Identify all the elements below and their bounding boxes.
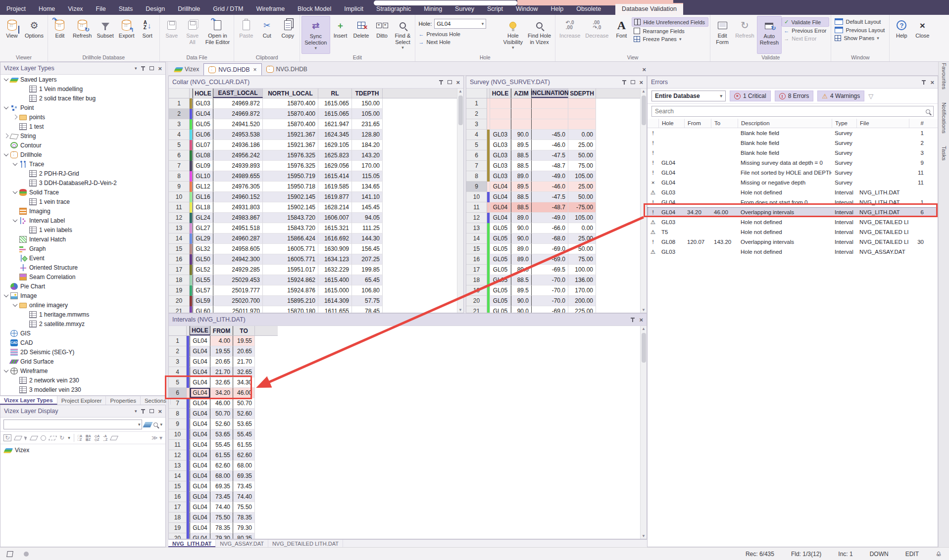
table-row[interactable]: 5 GL04 32.65 34.30	[169, 377, 278, 388]
find-hole-in-vizex-button[interactable]: Find Hole in Vizex	[525, 16, 553, 54]
pin-icon[interactable]	[439, 80, 444, 85]
tree-item[interactable]: Image	[0, 291, 165, 300]
tree-item[interactable]: 2 PDH-RJ-Grid	[0, 169, 165, 178]
close-icon[interactable]: ×	[158, 65, 162, 72]
error-row[interactable]: ! GL04 File not sorted by HOLE and DEPTH…	[648, 168, 938, 178]
tree-item[interactable]: 1 vein labels	[0, 225, 165, 234]
tree-item[interactable]: Pie Chart	[0, 281, 165, 291]
tree-expander-icon[interactable]	[4, 143, 8, 147]
error-row[interactable]: ! Blank hole field Survey 1	[648, 128, 938, 138]
tree-item[interactable]: Drillhole	[0, 150, 165, 159]
sort-az-grid-icon[interactable]: ⊞A ⊞Z	[86, 434, 91, 442]
tree-expander-icon[interactable]	[13, 247, 17, 250]
table-row[interactable]: 11 GL04 88.5 -48.7 -75.00	[466, 202, 647, 213]
table-row[interactable]: 17 GL04 74.40 75.50	[169, 502, 278, 513]
tree-item[interactable]: 3D Model	[0, 394, 165, 395]
tree-item[interactable]: 1 vein trace	[0, 197, 165, 206]
error-row[interactable]: × GL04 Missing or negative depth Survey …	[648, 178, 938, 187]
lock-layer-icon[interactable]	[14, 436, 22, 440]
pin-icon[interactable]	[141, 66, 146, 71]
table-row[interactable]: 8 GL10 24989.655 15950.719 1615.414 115.…	[169, 171, 463, 182]
interval-refresh-icon[interactable]: ↻	[3, 434, 11, 441]
table-row[interactable]: 9 GL04 89.5 -46.0 25.00	[466, 182, 647, 192]
column-header[interactable]: Description	[738, 119, 832, 128]
error-row[interactable]: ⚠ T5 Hole not defined Interval NVG_DETAI…	[648, 227, 938, 237]
table-row[interactable]: 11 GL04 55.45 61.55	[169, 440, 278, 450]
table-row[interactable]: 9 GL04 52.60 53.65	[169, 419, 278, 429]
table-row[interactable]: 4 GL04 21.70 32.65	[169, 367, 278, 377]
tree-expander-icon[interactable]	[23, 96, 27, 100]
tree-item[interactable]: Interval Hatch	[0, 234, 165, 244]
tree-item[interactable]: online imagery	[0, 300, 165, 310]
insert-button[interactable]: ＋Insert	[330, 16, 351, 54]
table-row[interactable]: 1 GL03 24969.872 15870.400 1615.065 150.…	[169, 98, 463, 109]
column-header[interactable]: TDEPTH	[352, 89, 383, 98]
increase-decimals-button[interactable]: ↶.0 .00Increase	[557, 16, 583, 54]
table-row[interactable]: 4 GL06 24953.538 15921.367 1624.345 128.…	[169, 130, 463, 140]
table-row[interactable]: 3	[466, 119, 647, 130]
layer-swap-icon[interactable]	[49, 436, 57, 440]
column-header[interactable]: FROM	[210, 326, 233, 335]
table-row[interactable]: 12 GL04 89.0 -49.0 105.00	[466, 213, 647, 223]
tree-item[interactable]: points	[0, 112, 165, 122]
error-row[interactable]: ⚠ GL03 Hole not defined Interval NVG_DET…	[648, 217, 938, 227]
tree-expander-icon[interactable]	[23, 87, 27, 91]
column-header[interactable]: TO	[233, 326, 255, 335]
column-header[interactable]: SDEPTH	[568, 89, 596, 98]
ribbon-tab[interactable]: Project	[0, 4, 32, 15]
delete-button[interactable]: ×Delete	[351, 16, 372, 54]
table-row[interactable]: 20 GL59 25020.700 15895.210 1614.309 57.…	[169, 296, 463, 306]
tree-expander-icon[interactable]	[4, 350, 8, 354]
tree-expander-icon[interactable]	[4, 284, 8, 288]
tree-expander-icon[interactable]	[23, 228, 27, 232]
table-row[interactable]: 8 GL03 89.0 -49.0 105.00	[466, 171, 647, 182]
table-row[interactable]: 6 GL04 34.20 46.00	[169, 388, 278, 398]
tree-item[interactable]: 1 heritage.mmwms	[0, 310, 165, 319]
tree-item[interactable]: Oriented Structure	[0, 263, 165, 272]
table-row[interactable]: 20 GL05 90.0 -70.0 200.00	[466, 296, 647, 306]
error-search-box[interactable]	[651, 106, 934, 117]
tree-expander-icon[interactable]	[13, 266, 17, 269]
table-row[interactable]: 15 GL32 24958.605 16005.771 1630.909 156…	[169, 244, 463, 254]
tree-expander-icon[interactable]	[13, 256, 17, 260]
error-row[interactable]: ⚠ GL03 Hole not defined Interval NVG_ASS…	[648, 247, 938, 257]
table-row[interactable]: 3 GL05 24941.520 15870.400 1621.947 231.…	[169, 119, 463, 130]
table-row[interactable]: 16 GL04 73.45 74.40	[169, 492, 278, 502]
table-row[interactable]: 19 GL05 89.5 -70.0 170.00	[466, 285, 647, 296]
table-row[interactable]: 12 GL04 61.55 62.60	[169, 450, 278, 461]
edit-button[interactable]: ↷Edit	[50, 16, 70, 54]
tree-expander-icon[interactable]	[4, 368, 9, 373]
table-row[interactable]: 4 GL03 90.0 -45.0 0.00	[466, 130, 647, 140]
table-row[interactable]: 10 GL04 88.5 -47.5 50.00	[466, 192, 647, 202]
tree-expander-icon[interactable]	[4, 151, 9, 156]
ditto-button[interactable]: ””Ditto	[372, 16, 393, 54]
column-header[interactable]: #	[909, 119, 928, 128]
table-row[interactable]: 18 GL05 88.5 -70.0 136.00	[466, 275, 647, 285]
error-row[interactable]: ! Blank hole field Survey 2	[648, 138, 938, 148]
save-all-button[interactable]: Save All	[182, 16, 203, 54]
hide-unreferenced-fields-button[interactable]: Hide Unreferenced Fields	[632, 17, 708, 27]
tab-vizex-layer-types[interactable]: Vizex Layer Types	[0, 396, 57, 405]
tree-item[interactable]: 2 network vein 230	[0, 375, 165, 385]
tree-item[interactable]: Wireframe	[0, 366, 165, 375]
table-row[interactable]: 14 GL05 90.0 -68.0 25.00	[466, 233, 647, 244]
ribbon-tab[interactable]: Stats	[112, 4, 140, 15]
table-row[interactable]: 12 GL24 24983.867 15843.720 1606.007 94.…	[169, 213, 463, 223]
table-row[interactable]: 6 GL08 24956.242 15976.325 1625.823 143.…	[169, 150, 463, 161]
tree-expander-icon[interactable]	[13, 189, 18, 194]
table-row[interactable]: 11 GL18 24931.803 15902.145 1628.214 145…	[169, 202, 463, 213]
tree-expander-icon[interactable]	[13, 217, 18, 222]
hole-visibility-button[interactable]: Hole Visibility▾	[501, 16, 526, 54]
table-row[interactable]: 7 GL03 88.5 -48.7 75.00	[466, 161, 647, 171]
tree-item[interactable]: 1 Vein modelling	[0, 84, 165, 93]
select-cursor-icon[interactable]	[24, 435, 28, 440]
status-indicator-icon[interactable]	[24, 552, 29, 557]
table-row[interactable]: 15 GL05 89.0 -69.0 50.00	[466, 244, 647, 254]
refresh-validate-button[interactable]: ↻Refresh	[733, 16, 757, 54]
table-row[interactable]: 5 GL03 89.5 -46.0 25.00	[466, 140, 647, 150]
close-tab-icon[interactable]: ×	[253, 66, 256, 73]
transform-layer-icon[interactable]	[110, 436, 118, 440]
sort-az-diamond-icon[interactable]: ◇A ◇Z	[95, 434, 100, 442]
subset-button[interactable]: Subset	[94, 16, 116, 54]
tree-expander-icon[interactable]	[13, 237, 17, 241]
